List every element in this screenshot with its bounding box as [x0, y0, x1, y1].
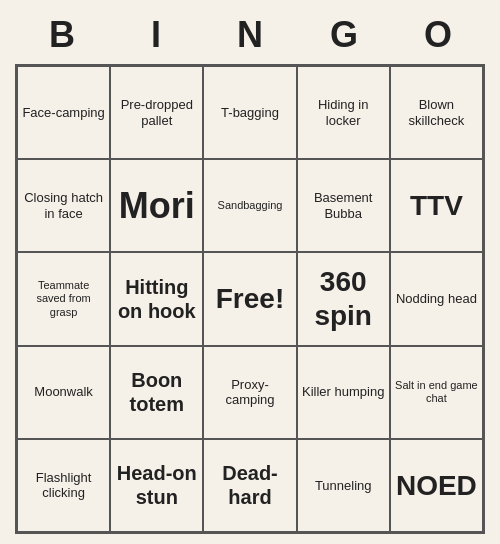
bingo-cell-14[interactable]: Nodding head [390, 252, 483, 345]
bingo-cell-text-21: Head-on stun [115, 461, 198, 509]
bingo-cell-text-18: Killer humping [302, 384, 384, 400]
bingo-cell-text-11: Hitting on hook [115, 275, 198, 323]
bingo-cell-24[interactable]: NOED [390, 439, 483, 532]
bingo-cell-11[interactable]: Hitting on hook [110, 252, 203, 345]
bingo-cell-16[interactable]: Boon totem [110, 346, 203, 439]
bingo-cell-text-19: Salt in end game chat [395, 379, 478, 405]
bingo-cell-2[interactable]: T-bagging [203, 66, 296, 159]
bingo-cell-text-6: Mori [119, 184, 195, 227]
header-n: N [203, 10, 297, 60]
bingo-cell-text-7: Sandbagging [218, 199, 283, 212]
bingo-cell-text-24: NOED [396, 469, 477, 503]
bingo-cell-text-20: Flashlight clicking [22, 470, 105, 501]
bingo-cell-12[interactable]: Free! [203, 252, 296, 345]
bingo-cell-19[interactable]: Salt in end game chat [390, 346, 483, 439]
bingo-cell-0[interactable]: Face-camping [17, 66, 110, 159]
header-i: I [109, 10, 203, 60]
bingo-cell-text-23: Tunneling [315, 478, 372, 494]
bingo-cell-5[interactable]: Closing hatch in face [17, 159, 110, 252]
bingo-cell-7[interactable]: Sandbagging [203, 159, 296, 252]
bingo-cell-15[interactable]: Moonwalk [17, 346, 110, 439]
bingo-cell-1[interactable]: Pre-dropped pallet [110, 66, 203, 159]
bingo-cell-3[interactable]: Hiding in locker [297, 66, 390, 159]
bingo-cell-20[interactable]: Flashlight clicking [17, 439, 110, 532]
bingo-cell-text-9: TTV [410, 189, 463, 223]
bingo-cell-text-8: Basement Bubba [302, 190, 385, 221]
bingo-cell-6[interactable]: Mori [110, 159, 203, 252]
bingo-header: B I N G O [15, 10, 485, 60]
bingo-cell-text-2: T-bagging [221, 105, 279, 121]
bingo-cell-21[interactable]: Head-on stun [110, 439, 203, 532]
bingo-cell-13[interactable]: 360 spin [297, 252, 390, 345]
bingo-cell-text-3: Hiding in locker [302, 97, 385, 128]
bingo-cell-text-16: Boon totem [115, 368, 198, 416]
bingo-cell-text-13: 360 spin [302, 265, 385, 332]
bingo-cell-text-15: Moonwalk [34, 384, 93, 400]
bingo-cell-text-12: Free! [216, 282, 284, 316]
bingo-cell-18[interactable]: Killer humping [297, 346, 390, 439]
bingo-cell-22[interactable]: Dead-hard [203, 439, 296, 532]
bingo-grid: Face-campingPre-dropped palletT-baggingH… [15, 64, 485, 534]
bingo-cell-text-14: Nodding head [396, 291, 477, 307]
bingo-cell-9[interactable]: TTV [390, 159, 483, 252]
bingo-cell-text-22: Dead-hard [208, 461, 291, 509]
bingo-cell-text-0: Face-camping [22, 105, 104, 121]
header-g: G [297, 10, 391, 60]
bingo-cell-10[interactable]: Teammate saved from grasp [17, 252, 110, 345]
header-b: B [15, 10, 109, 60]
bingo-cell-text-5: Closing hatch in face [22, 190, 105, 221]
bingo-cell-text-10: Teammate saved from grasp [22, 279, 105, 319]
bingo-cell-4[interactable]: Blown skillcheck [390, 66, 483, 159]
bingo-cell-8[interactable]: Basement Bubba [297, 159, 390, 252]
bingo-cell-17[interactable]: Proxy-camping [203, 346, 296, 439]
bingo-cell-text-4: Blown skillcheck [395, 97, 478, 128]
bingo-cell-text-17: Proxy-camping [208, 377, 291, 408]
bingo-cell-text-1: Pre-dropped pallet [115, 97, 198, 128]
header-o: O [391, 10, 485, 60]
bingo-cell-23[interactable]: Tunneling [297, 439, 390, 532]
